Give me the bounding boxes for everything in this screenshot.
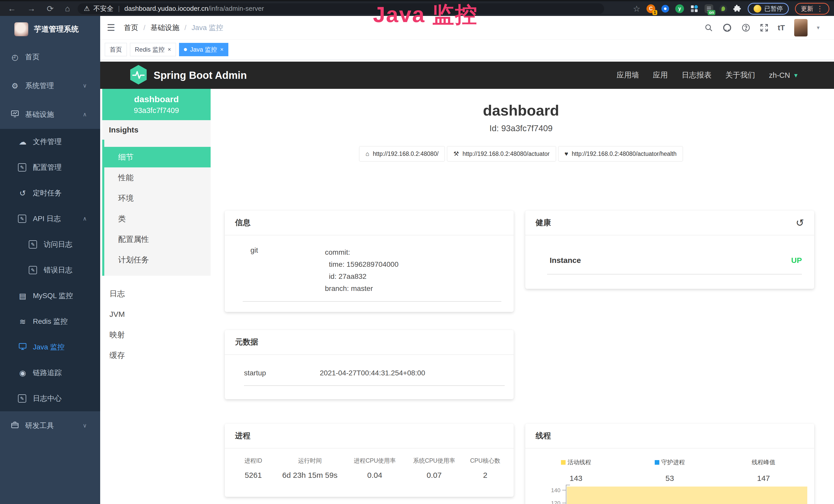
sidebar-item-infrastructure[interactable]: 基础设施 ∧ [0,100,100,129]
breadcrumb-infrastructure[interactable]: 基础设施 [151,23,179,32]
threads-daemon-value: 53 [623,474,717,483]
font-size-icon[interactable]: tT [778,23,785,32]
extension-y-icon[interactable]: y [675,4,684,13]
health-url-button[interactable]: ♥ http://192.168.0.2:48080/actuator/heal… [558,146,683,161]
close-icon[interactable]: × [168,46,171,53]
chrome-update-button[interactable]: 更新 ⋮ [795,3,829,15]
sidebar-item-scheduled-jobs[interactable]: ↺ 定时任务 [0,180,100,206]
hamburger-icon[interactable]: ☰ [107,22,115,33]
sba-sidebar: dashboard 93a3fc7f7409 Insights 细节 性能 环境… [100,89,211,504]
sidebar-item-label: API 日志 [33,214,61,224]
sba-nav-journal[interactable]: 日志报表 [682,70,711,81]
browser-forward-icon[interactable]: → [27,4,36,13]
sba-instance-header[interactable]: dashboard 93a3fc7f7409 [102,89,211,120]
sba-menu-scheduled-tasks[interactable]: 计划任务 [104,250,211,270]
sba-menu-environment[interactable]: 环境 [104,188,211,208]
extension-on-icon[interactable]: on [705,4,713,13]
browser-home-icon[interactable]: ⌂ [65,4,70,13]
ytick-mark [562,503,566,503]
card-health: 健康 ↺ Instance UP [525,210,814,289]
sidebar-item-file-mgmt[interactable]: ☁ 文件管理 [0,129,100,155]
tab-redis-monitor[interactable]: Redis 监控 × [130,43,176,56]
browser-back-icon[interactable]: ← [8,4,16,13]
chart-axis-cap [566,485,570,485]
tab-label: 首页 [110,45,122,54]
browser-menu-dots-icon[interactable]: ⋮ [816,4,824,13]
page-title: dashboard [211,102,831,119]
user-avatar[interactable] [794,19,808,37]
row-divider [547,274,802,274]
sba-logo-icon[interactable] [129,65,148,86]
tab-java-monitor[interactable]: Java 监控 × [179,43,228,56]
sidebar-item-home[interactable]: ◴ 首页 [0,43,100,71]
sidebar-item-redis-monitor[interactable]: ≋ Redis 监控 [0,308,100,334]
info-line: id: 27aa832 [325,270,398,282]
fullscreen-icon[interactable] [760,23,768,32]
bookmark-star-icon[interactable]: ☆ [633,4,640,14]
sba-nav-about[interactable]: 关于我们 [725,70,755,81]
health-instance-label[interactable]: Instance [550,256,581,265]
sidebar-item-label: MySQL 监控 [33,291,73,301]
sidebar-item-access-logs[interactable]: ✎ 访问日志 [0,232,100,257]
sba-menu-logs[interactable]: 日志 [102,283,211,304]
process-col-header: 系统CPU使用率 [405,457,463,465]
annotation-overlay: Java 监控 [373,1,478,28]
browser-reload-icon[interactable]: ⟳ [47,4,54,14]
sba-menu-classes[interactable]: 类 [104,208,211,229]
service-url-button[interactable]: ⌂ http://192.168.0.2:48080/ [359,146,445,161]
sba-nav-applications[interactable]: 应用 [653,70,668,81]
avatar-caret-icon[interactable]: ▾ [817,24,820,31]
update-label: 更新 [801,5,813,13]
sba-body: dashboard 93a3fc7f7409 Insights 细节 性能 环境… [100,89,834,504]
monitor-icon [18,342,27,352]
process-col-value: 5261 [231,471,275,480]
sba-menu-details[interactable]: 细节 [104,147,211,167]
extension-colorzilla-icon[interactable]: C 1 [646,4,655,13]
breadcrumb-home[interactable]: 首页 [124,23,138,32]
sidebar-item-error-logs[interactable]: ✎ 错误日志 [0,257,100,283]
sidebar-item-tracing[interactable]: ◉ 链路追踪 [0,360,100,386]
card-process: 进程 进程ID 5261 运行时间 6d 23h 15m 59s [225,423,514,497]
extension-leaf-icon[interactable] [720,5,727,13]
history-icon[interactable]: ↺ [796,217,804,229]
sidebar-item-system-mgmt[interactable]: ⚙ 系统管理 ∨ [0,71,100,100]
sidebar-item-dev-tools[interactable]: 研发工具 ∨ [0,411,100,440]
app-logo-row[interactable]: 芋道管理系统 [0,16,100,43]
sba-menu-config-props[interactable]: 配置属性 [104,229,211,250]
sba-menu-jvm[interactable]: JVM [102,304,211,324]
page-subtitle: Id: 93a3fc7f7409 [211,123,831,133]
extension-pin-icon[interactable] [661,5,669,13]
sba-nav-wallboard[interactable]: 应用墙 [617,70,639,81]
sba-menu-metrics[interactable]: 性能 [104,167,211,188]
pin-dot [664,7,666,10]
sidebar-item-config-mgmt[interactable]: ✎ 配置管理 [0,155,100,180]
chevron-down-icon: ∨ [83,83,87,89]
close-icon[interactable]: × [220,46,223,53]
security-warning-icon[interactable]: ⚠ [84,5,90,13]
paused-label: 已暂停 [764,5,783,13]
search-icon[interactable] [704,23,713,32]
leaf-shape [722,6,725,11]
actuator-url-button[interactable]: ⚒ http://192.168.0.2:48080/actuator [447,146,556,161]
sidebar-item-mysql-monitor[interactable]: ▤ MySQL 监控 [0,283,100,308]
locale-caret-icon[interactable]: ▾ [794,71,797,79]
github-icon[interactable] [722,23,732,32]
sidebar-item-java-monitor[interactable]: Java 监控 [0,334,100,360]
sba-menu-caches[interactable]: 缓存 [102,345,211,366]
sba-locale-select[interactable]: zh-CN [769,71,790,79]
sidebar-item-label: 错误日志 [44,265,72,275]
sba-brand-title[interactable]: Spring Boot Admin [154,70,247,81]
process-col-header: 进程ID [231,457,275,465]
sba-menu-insights[interactable]: Insights [102,120,211,140]
sba-menu-mappings[interactable]: 映射 [102,324,211,345]
recording-paused-pill[interactable]: 已暂停 [748,3,789,15]
legend-live-swatch [561,460,566,465]
tab-home[interactable]: 首页 [105,43,127,56]
extensions-puzzle-icon[interactable] [733,4,742,13]
url-divider: | [118,5,120,13]
sidebar-item-api-logs[interactable]: ✎ API 日志 ∧ [0,206,100,232]
help-icon[interactable] [741,23,750,32]
sidebar-item-log-center[interactable]: ✎ 日志中心 [0,386,100,411]
address-bar[interactable]: ⚠ 不安全 | dashboard.yudao.iocoder.cn /infr… [78,3,604,14]
extension-grid-icon[interactable] [690,5,698,13]
